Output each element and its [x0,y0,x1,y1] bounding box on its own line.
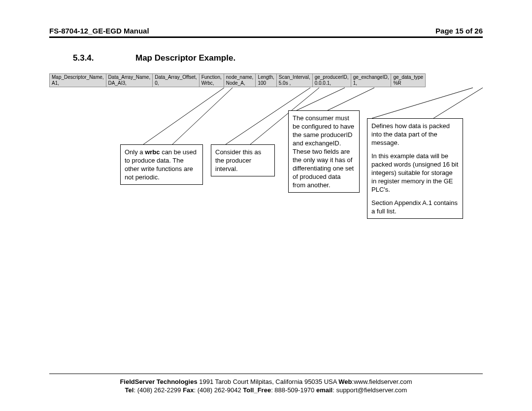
table-cell: ge_data_type%R [391,74,426,87]
table-cell: Length,100 [256,74,276,87]
page: FS-8704-12_GE-EGD Manual Page 15 of 26 5… [0,0,532,411]
svg-line-5 [328,88,374,110]
svg-line-1 [172,88,233,144]
table-row: Map_Descriptor_Name,A1, Data_Array_Name,… [50,74,426,87]
table-cell: Function,Wrbc, [199,74,224,87]
callout-data-type: Defines how data is packed into the data… [367,118,463,219]
table-cell: ge_exchangeID,1, [351,74,391,87]
descriptor-table: Map_Descriptor_Name,A1, Data_Array_Name,… [49,73,426,87]
section-title: Map Descriptor Example. [135,53,235,63]
table-cell: Data_Array_Name,DA_AI3, [106,74,153,87]
svg-line-4 [297,88,345,110]
table-cell: ge_producerID,0.0.0.1, [312,74,351,87]
header-left: FS-8704-12_GE-EGD Manual [49,27,149,35]
table-cell: Scan_Interval,5.0s , [276,74,312,87]
svg-line-0 [143,88,224,144]
header-rule [49,36,483,38]
callout-producer-interval: Consider this as the producer interval. [211,144,275,176]
table-cell: Map_Descriptor_Name,A1, [50,74,106,87]
svg-line-6 [372,88,473,118]
header-right: Page 15 of 26 [435,27,483,35]
svg-line-7 [433,88,483,118]
callout-ids: The consumer must be configured to have … [288,110,360,193]
footer-rule [49,374,483,374]
table-cell: node_name,Node_A, [224,74,256,87]
table-cell: Data_Array_Offset,0, [153,74,199,87]
callout-wrbc: Only a wrbc can be used to produce data.… [120,144,203,185]
page-footer: FieldServer Technologies 1991 Tarob Cour… [49,377,483,394]
page-header: FS-8704-12_GE-EGD Manual Page 15 of 26 [49,27,483,35]
section-number: 5.3.4. [73,53,94,63]
